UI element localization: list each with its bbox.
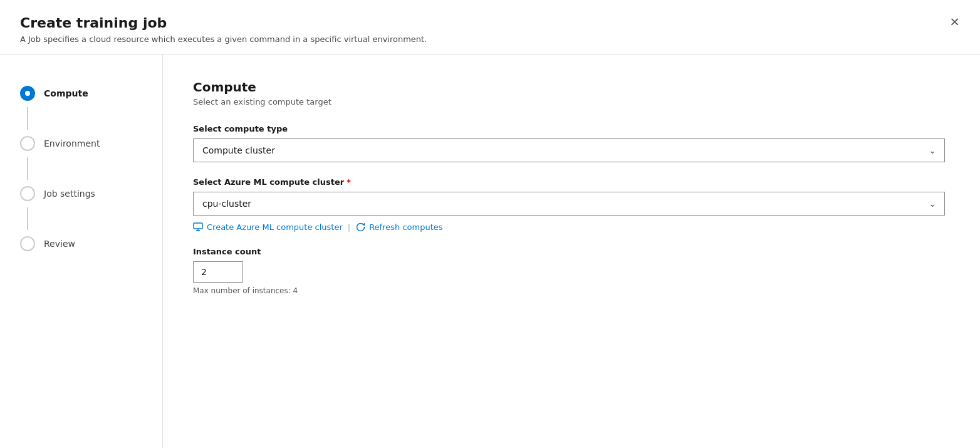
instance-count-input[interactable] [193,261,243,283]
main-content: Compute Select an existing compute targe… [163,55,980,448]
step-connector-3 [27,207,28,230]
compute-type-field-group: Select compute type Compute cluster Comp… [193,124,950,162]
step-item-compute[interactable]: Compute [20,80,142,107]
compute-cluster-label: Select Azure ML compute cluster * [193,177,950,187]
create-cluster-link[interactable]: Create Azure ML compute cluster [193,222,343,232]
step-item-environment[interactable]: Environment [20,130,142,157]
section-subtitle: Select an existing compute target [193,97,950,107]
svg-rect-0 [194,223,202,229]
instance-count-wrapper [193,261,243,283]
refresh-computes-link[interactable]: Refresh computes [355,222,442,232]
step-circle-job-settings [20,186,35,201]
link-separator: | [348,222,350,232]
step-circle-review [20,236,35,251]
step-label-job-settings: Job settings [44,189,95,199]
step-connector-2 [27,157,28,180]
compute-type-select[interactable]: Compute cluster Compute instance Serverl… [193,138,945,162]
refresh-icon [355,222,365,232]
create-training-job-dialog: Create training job A Job specifies a cl… [0,0,980,448]
compute-type-label: Select compute type [193,124,950,133]
steps-sidebar: Compute Environment Job settings Review [0,55,163,448]
step-connector-1 [27,107,28,130]
step-circle-environment [20,136,35,151]
dialog-subtitle: A Job specifies a cloud resource which e… [20,34,960,44]
required-star: * [347,177,351,187]
close-button[interactable]: × [947,13,962,30]
instance-count-hint: Max number of instances: 4 [193,286,950,295]
step-item-review[interactable]: Review [20,230,142,258]
instance-count-label: Instance count [193,247,950,256]
dialog-body: Compute Environment Job settings Review [0,55,980,448]
compute-cluster-select[interactable]: cpu-cluster [193,192,945,216]
instance-count-field-group: Instance count Max number of instances: … [193,247,950,295]
step-item-job-settings[interactable]: Job settings [20,180,142,207]
step-label-environment: Environment [44,138,100,148]
dialog-title: Create training job [20,15,960,31]
step-label-compute: Compute [44,88,88,98]
dialog-header: Create training job A Job specifies a cl… [0,0,980,55]
section-title: Compute [193,80,950,95]
compute-cluster-select-wrapper: cpu-cluster ⌄ [193,192,945,216]
step-label-review: Review [44,239,75,249]
monitor-icon [193,222,203,232]
compute-type-select-wrapper: Compute cluster Compute instance Serverl… [193,138,945,162]
step-circle-compute [20,86,35,101]
compute-cluster-field-group: Select Azure ML compute cluster * cpu-cl… [193,177,950,232]
links-row: Create Azure ML compute cluster | Refres… [193,222,950,232]
